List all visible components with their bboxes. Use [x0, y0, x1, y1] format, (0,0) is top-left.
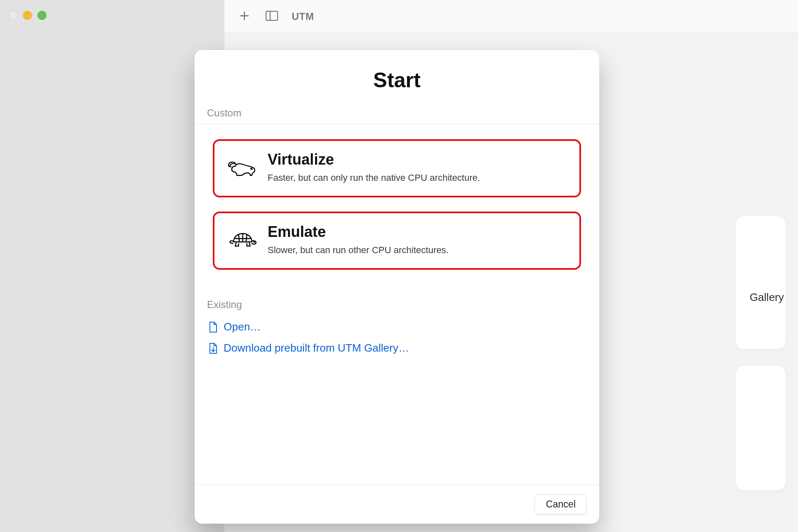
toggle-sidebar-button[interactable]	[264, 9, 279, 24]
app-window: UTM Gallery Start Custom Virtua	[0, 0, 798, 532]
emulate-option[interactable]: Emulate Slower, but can run other CPU ar…	[213, 212, 581, 270]
open-existing-label: Open…	[224, 320, 261, 333]
emulate-title: Emulate	[268, 223, 448, 241]
cancel-button[interactable]: Cancel	[534, 494, 587, 515]
close-window-button[interactable]	[8, 11, 17, 20]
download-document-icon	[209, 342, 218, 354]
custom-section-label: Custom	[195, 107, 599, 124]
svg-point-4	[251, 168, 252, 170]
options-list: Virtualize Faster, but can only run the …	[195, 124, 599, 274]
download-gallery-label: Download prebuilt from UTM Gallery…	[224, 342, 409, 355]
background-card	[736, 366, 786, 490]
emulate-desc: Slower, but can run other CPU architectu…	[268, 245, 448, 256]
maximize-window-button[interactable]	[37, 11, 47, 20]
emulate-text: Emulate Slower, but can run other CPU ar…	[268, 223, 448, 256]
existing-section: Existing Open… Download prebuilt from UT…	[195, 274, 599, 359]
sidebar	[0, 0, 224, 532]
virtualize-text: Virtualize Faster, but can only run the …	[268, 151, 480, 183]
background-card	[736, 216, 786, 349]
toolbar: UTM	[224, 0, 798, 33]
add-button[interactable]	[237, 9, 252, 24]
rabbit-icon	[227, 154, 257, 180]
virtualize-option[interactable]: Virtualize Faster, but can only run the …	[213, 139, 581, 197]
open-existing-link[interactable]: Open…	[207, 316, 587, 337]
virtualize-desc: Faster, but can only run the native CPU …	[268, 172, 480, 183]
window-controls	[0, 0, 224, 20]
dialog-footer: Cancel	[195, 485, 599, 524]
minimize-window-button[interactable]	[23, 11, 32, 20]
virtualize-title: Virtualize	[268, 151, 480, 168]
svg-point-5	[254, 241, 255, 242]
plus-icon	[239, 10, 250, 23]
sidebar-icon	[266, 11, 278, 22]
turtle-icon	[227, 226, 257, 253]
start-dialog: Start Custom Virtualize Faster, but can …	[195, 50, 599, 524]
gallery-label: Gallery	[750, 291, 798, 304]
existing-section-label: Existing	[207, 299, 587, 316]
document-icon	[209, 321, 218, 333]
download-gallery-link[interactable]: Download prebuilt from UTM Gallery…	[207, 337, 587, 359]
dialog-title: Start	[195, 50, 599, 107]
app-title: UTM	[292, 11, 314, 22]
svg-rect-2	[266, 11, 278, 20]
